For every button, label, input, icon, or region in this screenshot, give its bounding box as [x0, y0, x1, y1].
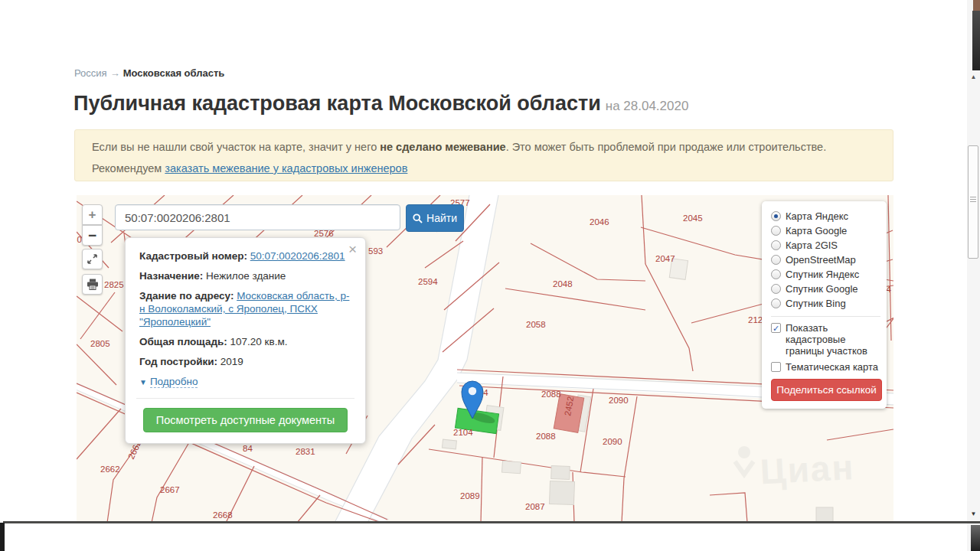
layer-option-label: Карта 2GIS: [786, 240, 838, 251]
parcel-label-2667: 2667: [160, 485, 180, 494]
parcel-label-2090: 2090: [603, 437, 622, 446]
popup-row-area: Общая площадь: 107.20 кв.м.: [139, 335, 351, 348]
layer-option-label: Спутник Яндекс: [786, 269, 859, 280]
breadcrumb-arrow: →: [110, 67, 120, 79]
fullscreen-button[interactable]: [82, 249, 103, 269]
find-button[interactable]: Найти: [406, 204, 464, 232]
svg-text:Циан: Циан: [760, 447, 856, 491]
checkbox-label: Тематическая карта: [786, 361, 878, 373]
zoom-out-button[interactable]: −: [82, 225, 103, 246]
layer-option-label: Карта Google: [786, 225, 847, 236]
layer-option-6[interactable]: Спутник Bing: [771, 296, 880, 311]
parcel-label-2087: 2087: [525, 502, 545, 511]
radio-icon[interactable]: [771, 226, 781, 236]
parcel-label-2825: 2825: [104, 280, 124, 289]
popup-divider: [136, 398, 354, 399]
layer-option-label: Карта Яндекс: [786, 210, 848, 222]
parcel-label-593: 593: [368, 246, 383, 256]
parcel-label-2090: 2090: [609, 396, 629, 405]
layer-option-5[interactable]: Спутник Google: [771, 282, 880, 296]
parcel-label-2088: 2088: [536, 432, 556, 441]
popup-row-cadastral-number: Кадастровый номер: 50:07:0020206:2801: [139, 249, 351, 262]
radio-icon[interactable]: [771, 255, 781, 265]
parcel-label-2594: 2594: [418, 277, 438, 286]
layers-panel: Карта ЯндексКарта GoogleКарта 2GISOpenSt…: [762, 201, 887, 409]
layer-checkboxes: ✓Показать кадастровые границы участковТе…: [771, 322, 880, 373]
scrollbar-top-fragment: [973, 0, 980, 11]
print-icon: [87, 279, 99, 290]
radio-icon[interactable]: [771, 211, 781, 221]
notice-box: Если вы не нашли свой участок на карте, …: [74, 129, 893, 181]
expand-icon: [87, 253, 98, 265]
scrollbar-grip: [970, 197, 976, 202]
notice-line2: Рекомендуем заказать межевание у кадастр…: [92, 161, 876, 177]
parcel-label-2047: 2047: [655, 254, 675, 263]
layer-options: Карта ЯндексКарта GoogleКарта 2GISOpenSt…: [771, 209, 880, 311]
page-title: Публичная кадастровая карта Московской о…: [74, 92, 688, 116]
parcel-info-popup: × Кадастровый номер: 50:07:0020206:2801 …: [125, 237, 366, 444]
layer-checkbox-1[interactable]: Тематическая карта: [771, 361, 880, 373]
scrollbar-thumb[interactable]: [968, 145, 978, 259]
order-survey-link[interactable]: заказать межевание у кадастровых инженер…: [165, 162, 407, 174]
breadcrumb-region: Московская область: [123, 67, 225, 79]
scrollbar[interactable]: ▲ ▼: [967, 0, 980, 551]
parcel-label-2831: 2831: [296, 447, 315, 456]
parcel-label-2662: 2662: [100, 465, 120, 474]
parcel-label-2045: 2045: [683, 214, 703, 223]
layer-checkbox-0[interactable]: ✓Показать кадастровые границы участков: [771, 322, 880, 357]
popup-row-purpose: Назначение: Нежилое здание: [139, 269, 351, 282]
parcel-label-2089: 2089: [460, 491, 480, 500]
share-link-button[interactable]: Поделиться ссылкой: [771, 379, 882, 401]
view-documents-button[interactable]: Посмотреть доступные документы: [143, 408, 348, 432]
checkbox-label: Показать кадастровые границы участков: [786, 322, 880, 357]
breadcrumb-country-link[interactable]: Россия: [74, 67, 107, 79]
checkbox-checked-icon[interactable]: ✓: [771, 323, 781, 333]
scroll-up-arrow[interactable]: ▲: [967, 72, 980, 83]
page-title-text: Публичная кадастровая карта Московской о…: [74, 92, 601, 115]
radio-icon[interactable]: [771, 298, 781, 308]
layer-option-3[interactable]: OpenStreetMap: [771, 253, 880, 267]
map-canvas[interactable]: Циан 30522825280525762577593259420462045…: [77, 195, 893, 523]
radio-icon[interactable]: [771, 284, 781, 294]
scrollbar-dark-bottom: [971, 525, 980, 551]
popup-row-address: Здание по адресу: Московская область, р-…: [139, 289, 351, 328]
parcel-label-2805: 2805: [90, 339, 110, 348]
layer-option-4[interactable]: Спутник Яндекс: [771, 267, 880, 282]
scrollbar-dark-top: [972, 11, 980, 70]
zoom-in-button[interactable]: +: [82, 204, 103, 225]
checkbox-icon[interactable]: [771, 362, 781, 372]
scroll-down-arrow[interactable]: ▼: [967, 510, 980, 517]
page-title-date: на 28.04.2020: [606, 99, 689, 113]
radio-icon[interactable]: [771, 240, 781, 250]
parcel-label-2104: 2104: [453, 428, 473, 437]
details-toggle[interactable]: ▼Подробно: [139, 375, 351, 389]
parcel-label-84: 84: [243, 444, 253, 453]
layer-option-1[interactable]: Карта Google: [771, 223, 880, 238]
breadcrumb: Россия→Московская область: [74, 67, 224, 79]
popup-row-year: Год постройки: 2019: [139, 355, 351, 368]
cadastral-number-link[interactable]: 50:07:0020206:2801: [250, 250, 345, 262]
window-frame-bottom: [3, 521, 980, 523]
window-frame-left: [0, 523, 5, 551]
notice-line1: Если вы не нашли свой участок на карте, …: [92, 139, 876, 155]
search-icon: [413, 214, 423, 223]
layer-option-2[interactable]: Карта 2GIS: [771, 238, 880, 253]
layer-option-0[interactable]: Карта Яндекс: [771, 209, 880, 223]
parcel-label-2048: 2048: [553, 279, 573, 289]
search-input[interactable]: [115, 204, 400, 230]
layer-option-label: Спутник Google: [786, 283, 858, 295]
chevron-down-icon: ▼: [139, 378, 147, 386]
radio-icon[interactable]: [771, 269, 781, 279]
print-button[interactable]: [82, 274, 103, 295]
panel-divider: [771, 316, 880, 317]
layer-option-label: Спутник Bing: [786, 298, 846, 309]
close-icon[interactable]: ×: [348, 242, 357, 256]
parcel-label-2088: 2088: [541, 390, 561, 399]
parcel-label-2058: 2058: [526, 320, 546, 329]
parcel-label-2046: 2046: [590, 217, 609, 227]
layer-option-label: OpenStreetMap: [786, 254, 856, 266]
parcel-label-2668: 2668: [213, 510, 233, 520]
